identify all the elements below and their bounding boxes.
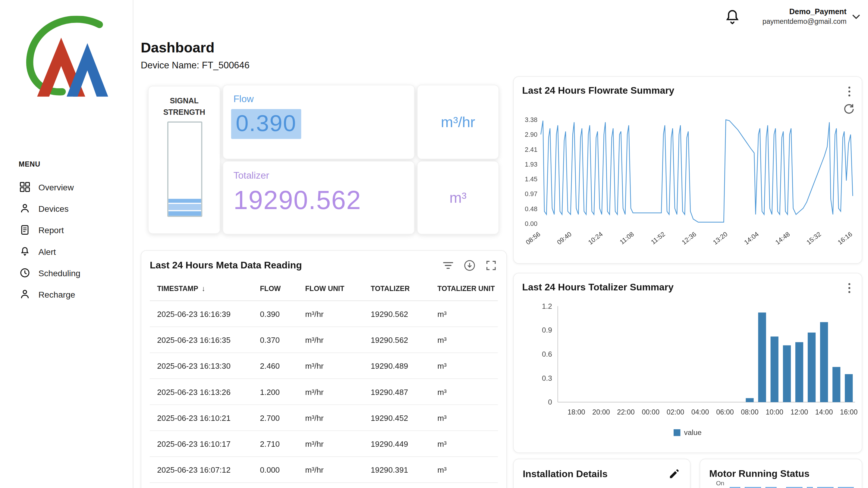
sidebar-item-recharge[interactable]: Recharge: [0, 284, 133, 305]
notification-bell-icon[interactable]: [723, 8, 744, 28]
flow-unit: m³/hr: [441, 113, 475, 131]
table-cell: m³: [430, 404, 498, 430]
svg-text:2.90: 2.90: [525, 131, 537, 138]
column-header-totalizer[interactable]: TOTALIZER: [364, 276, 430, 301]
sidebar-item-label: Alert: [38, 247, 56, 256]
flowrate-chart: 3.382.902.411.931.450.970.480.0008:5609:…: [514, 113, 862, 261]
totalizer-chart: 00.30.60.91.218:0020:0022:0000:0002:0004…: [514, 301, 862, 426]
table-cell: m³: [430, 327, 498, 353]
totalizer-label: Totalizer: [233, 170, 414, 181]
sidebar-item-devices[interactable]: Devices: [0, 198, 133, 219]
table-cell: m³: [430, 483, 498, 488]
sidebar-item-report[interactable]: Report: [0, 219, 133, 241]
page-title: Dashboard: [141, 39, 215, 56]
table-cell: 19290.562: [364, 327, 430, 353]
table-row: 2025-06-23 16:13:302.460m³/hr19290.489m³: [150, 353, 498, 379]
column-header-totalizer-unit[interactable]: TOTALIZER UNIT: [430, 276, 498, 301]
filter-icon[interactable]: [442, 259, 454, 272]
bell-icon: [20, 247, 30, 257]
legend-label: value: [684, 428, 702, 436]
kebab-menu-icon[interactable]: [844, 85, 855, 98]
table-cell: 19290.452: [364, 404, 430, 430]
svg-text:1.2: 1.2: [542, 302, 552, 310]
sidebar-item-label: Devices: [38, 204, 69, 213]
grid-icon: [20, 182, 30, 192]
table-row: 2025-06-23 16:07:080.000m³/hr19290.391m³: [150, 483, 498, 488]
signal-strength-widget: SIGNAL STRENGTH: [148, 86, 220, 234]
kebab-menu-icon[interactable]: [844, 282, 855, 294]
column-header-flow-unit[interactable]: FLOW UNIT: [298, 276, 364, 301]
table-cell: 0.370: [253, 327, 298, 353]
installation-card-title: Installation Details: [523, 469, 608, 480]
sidebar-item-label: Overview: [38, 182, 74, 192]
table-cell: 2.700: [253, 404, 298, 430]
table-cell: m³: [430, 457, 498, 483]
svg-text:00:00: 00:00: [642, 408, 660, 416]
clock-icon: [20, 268, 30, 278]
totalizer-unit: m³: [450, 189, 467, 206]
svg-text:0.48: 0.48: [525, 205, 537, 213]
table-cell: 19290.489: [364, 353, 430, 379]
person-icon: [20, 289, 30, 299]
table-cell: 19290.391: [364, 457, 430, 483]
svg-text:11:52: 11:52: [650, 230, 667, 246]
table-row: 2025-06-23 16:16:390.390m³/hr19290.562m³: [150, 301, 498, 327]
table-cell: 19290.449: [364, 431, 430, 457]
svg-text:3.38: 3.38: [525, 116, 537, 124]
table-header-row: TIMESTAMP↓ FLOW FLOW UNIT TOTALIZER TOTA…: [150, 276, 498, 301]
motor-status-chart: [730, 484, 854, 488]
svg-text:0.3: 0.3: [542, 374, 552, 382]
sidebar-item-scheduling[interactable]: Scheduling: [0, 262, 133, 284]
edit-pencil-icon[interactable]: [669, 468, 681, 481]
download-icon[interactable]: [464, 259, 476, 272]
flowrate-summary-card: Last 24 Hours Flowrate Summary 3.382.902…: [513, 76, 863, 264]
document-icon: [20, 225, 30, 235]
profile-text: Demo_Payment paymentdemo@gmail.com: [763, 7, 846, 25]
table-cell: 2025-06-23 16:07:08: [150, 483, 253, 488]
table-cell: 0.000: [253, 483, 298, 488]
sidebar-item-overview[interactable]: Overview: [0, 176, 133, 198]
table-cell: m³: [430, 379, 498, 404]
user-email: paymentdemo@gmail.com: [763, 18, 846, 25]
flow-panel: Flow 0.390: [223, 85, 415, 159]
motor-card-title: Motor Running Status: [700, 459, 862, 480]
sidebar-item-alert[interactable]: Alert: [0, 241, 133, 262]
totalizer-summary-card: Last 24 Hours Totalizer Summary 00.30.60…: [513, 273, 863, 453]
svg-text:08:00: 08:00: [741, 408, 758, 416]
svg-text:10:24: 10:24: [587, 230, 604, 246]
meta-data-table: TIMESTAMP↓ FLOW FLOW UNIT TOTALIZER TOTA…: [150, 276, 498, 488]
svg-text:06:00: 06:00: [716, 408, 734, 416]
svg-text:04:00: 04:00: [691, 408, 709, 416]
table-cell: 2.710: [253, 431, 298, 457]
flowrate-card-title: Last 24 Hours Flowrate Summary: [522, 85, 675, 97]
device-name: Device Name: FT_500646: [141, 60, 250, 71]
user-profile-menu[interactable]: Demo_Payment paymentdemo@gmail.com: [763, 7, 860, 25]
table-cell: 19290.391: [364, 483, 430, 488]
table-cell: m³/hr: [298, 379, 364, 404]
sort-desc-icon: ↓: [202, 284, 205, 293]
table-row: 2025-06-23 16:10:212.700m³/hr19290.452m³: [150, 404, 498, 430]
signal-strength-battery: [167, 121, 202, 217]
table-cell: 2025-06-23 16:13:30: [150, 353, 253, 379]
svg-text:09:40: 09:40: [555, 230, 573, 246]
svg-text:1.45: 1.45: [525, 175, 537, 183]
table-cell: 19290.487: [364, 379, 430, 404]
table-cell: 2025-06-23 16:13:26: [150, 379, 253, 404]
svg-text:02:00: 02:00: [667, 408, 684, 416]
svg-text:16:00: 16:00: [840, 408, 858, 416]
table-cell: 0.000: [253, 457, 298, 483]
table-cell: m³/hr: [298, 301, 364, 327]
column-header-flow[interactable]: FLOW: [253, 276, 298, 301]
table-cell: 2.460: [253, 353, 298, 379]
table-row: 2025-06-23 16:07:120.000m³/hr19290.391m³: [150, 457, 498, 483]
table-cell: m³/hr: [298, 327, 364, 353]
svg-text:0.97: 0.97: [525, 190, 537, 198]
motor-on-label: On: [716, 480, 724, 487]
app-logo: [17, 16, 113, 98]
column-header-timestamp[interactable]: TIMESTAMP↓: [150, 276, 253, 301]
fullscreen-icon[interactable]: [485, 259, 497, 272]
svg-text:13:20: 13:20: [712, 230, 729, 246]
table-card-title: Last 24 Hours Meta Data Reading: [150, 260, 302, 271]
svg-text:0.00: 0.00: [525, 220, 537, 227]
signal-strength-label: SIGNAL STRENGTH: [149, 96, 220, 118]
